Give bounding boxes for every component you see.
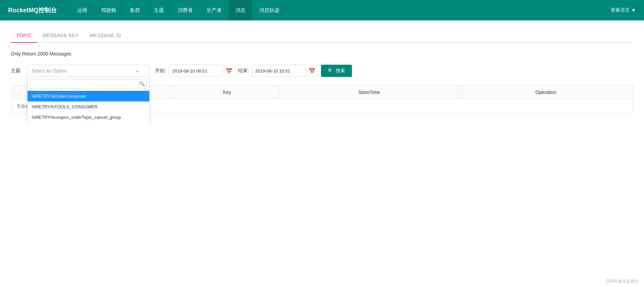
notice-text: Only Return 2000 Messages: [11, 51, 633, 57]
col-operation: Operation: [459, 85, 633, 99]
end-date-input[interactable]: [252, 65, 306, 77]
start-calendar-icon[interactable]: 📅: [226, 68, 233, 74]
topic-select-wrapper: Select an Option ▲ 🔍 %RETRY%OrderConsume…: [27, 65, 150, 77]
topic-select[interactable]: Select an Option ▲: [27, 65, 150, 77]
search-button-label: 搜索: [336, 68, 345, 74]
app-brand: RocketMQ控制台: [8, 6, 57, 14]
tab-message-id[interactable]: MESSAGE ID: [84, 29, 126, 43]
dropdown-list: %RETRY%OrderConsumer%RETRY%TOOLS_CONSUME…: [28, 91, 149, 122]
navbar-item-生产者[interactable]: 生产者: [200, 0, 228, 20]
search-form: 主题: Select an Option ▲ 🔍 %RETRY%OrderCon…: [11, 65, 633, 77]
dropdown-search-button[interactable]: 🔍: [138, 79, 147, 89]
lang-switcher[interactable]: 更换语言 ▼: [611, 7, 636, 13]
dropdown-item[interactable]: %RETRY%coupon_orderTopic_cancel_group: [28, 112, 149, 122]
tab-topic[interactable]: TOPIC: [11, 29, 37, 43]
navbar-item-主题[interactable]: 主题: [147, 0, 171, 20]
select-arrow-icon: ▲: [136, 69, 139, 73]
search-icon: 🔍: [328, 68, 334, 74]
navbar-item-消息[interactable]: 消息: [228, 0, 252, 20]
dropdown-item[interactable]: %RETRY%OrderConsumer: [28, 91, 149, 101]
chevron-down-icon: ▼: [631, 7, 636, 13]
navbar-menu: 运维驾驶舱集群主题消费者生产者消息消息轨迹: [70, 0, 611, 20]
col-storetime: StoreTime: [280, 85, 459, 99]
topic-label: 主题:: [11, 68, 22, 74]
col-key: Key: [174, 85, 280, 99]
navbar-item-消费者[interactable]: 消费者: [171, 0, 200, 20]
navbar-item-集群[interactable]: 集群: [123, 0, 147, 20]
start-date-field: 开始: 📅: [155, 65, 233, 77]
tabs-bar: TOPICMESSAGE KEYMESSAGE ID: [11, 29, 633, 43]
end-date-field: 结束: 📅: [238, 65, 316, 77]
navbar-item-驾驶舱[interactable]: 驾驶舱: [94, 0, 123, 20]
start-date-input[interactable]: [169, 65, 223, 77]
navbar: RocketMQ控制台 运维驾驶舱集群主题消费者生产者消息消息轨迹 更换语言 ▼: [0, 0, 644, 20]
select-placeholder: Select an Option: [32, 68, 67, 74]
navbar-item-运维[interactable]: 运维: [70, 0, 94, 20]
dropdown-search-row: 🔍: [28, 77, 149, 91]
dropdown-search-input[interactable]: [30, 79, 138, 89]
navbar-item-消息轨迹[interactable]: 消息轨迹: [252, 0, 286, 20]
start-date-label: 开始:: [155, 68, 166, 74]
dropdown-item[interactable]: %RETRY%TOOLS_CONSUMER: [28, 101, 149, 112]
end-date-label: 结束:: [238, 68, 249, 74]
tab-message-key[interactable]: MESSAGE KEY: [37, 29, 84, 43]
lang-label: 更换语言: [611, 7, 630, 13]
main-content: TOPICMESSAGE KEYMESSAGE ID Only Return 2…: [0, 20, 644, 122]
end-calendar-icon[interactable]: 📅: [309, 68, 316, 74]
search-button[interactable]: 🔍 搜索: [321, 65, 352, 77]
dropdown-panel: 🔍 %RETRY%OrderConsumer%RETRY%TOOLS_CONSU…: [27, 77, 150, 122]
